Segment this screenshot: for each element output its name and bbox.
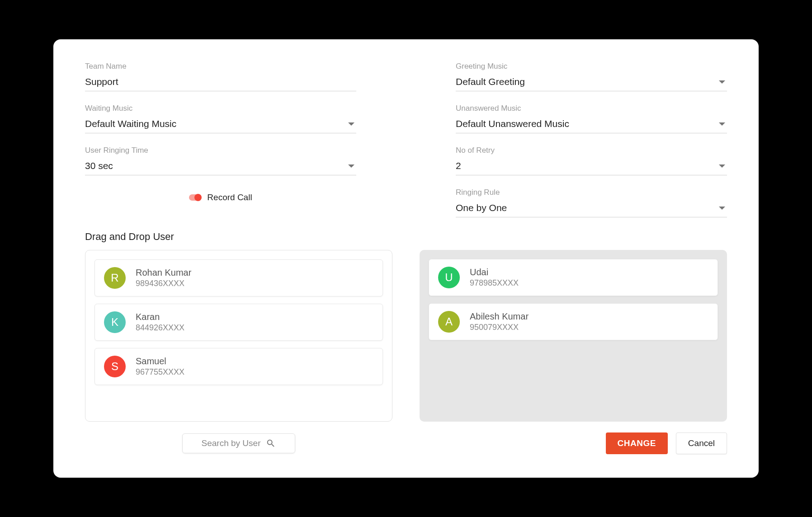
form-grid: Team Name Support Waiting Music Default … bbox=[85, 62, 727, 217]
chevron-down-icon bbox=[719, 80, 725, 84]
chevron-down-icon bbox=[719, 164, 725, 168]
select-unanswered-music[interactable]: Default Unanswered Music bbox=[456, 117, 727, 133]
field-waiting-music: Waiting Music Default Waiting Music bbox=[85, 104, 356, 133]
user-phone: 978985XXXX bbox=[470, 278, 519, 288]
toggle-record-call[interactable] bbox=[189, 194, 201, 201]
field-no-of-retry: No of Retry 2 bbox=[456, 146, 727, 175]
user-info: Samuel967755XXXX bbox=[136, 356, 184, 377]
toggle-row-record-call: Record Call bbox=[85, 193, 356, 202]
user-name: Samuel bbox=[136, 356, 184, 367]
value-greeting-music: Default Greeting bbox=[456, 76, 525, 87]
panel-target-users[interactable]: UUdai978985XXXXAAbilesh Kumar950079XXXX bbox=[420, 250, 727, 422]
user-info: Karan844926XXXX bbox=[136, 312, 184, 333]
value-team-name: Support bbox=[85, 76, 118, 87]
action-buttons: CHANGE Cancel bbox=[420, 432, 727, 454]
search-input[interactable]: Search by User bbox=[182, 433, 295, 453]
label-ringing-time: User Ringing Time bbox=[85, 146, 356, 155]
value-ringing-rule: One by One bbox=[456, 202, 507, 213]
label-team-name: Team Name bbox=[85, 62, 356, 71]
user-phone: 989436XXXX bbox=[136, 279, 191, 288]
input-team-name[interactable]: Support bbox=[85, 75, 356, 91]
user-card[interactable]: SSamuel967755XXXX bbox=[94, 348, 383, 385]
change-button[interactable]: CHANGE bbox=[606, 432, 668, 454]
form-col-left: Team Name Support Waiting Music Default … bbox=[85, 62, 356, 217]
select-no-of-retry[interactable]: 2 bbox=[456, 159, 727, 175]
label-unanswered-music: Unanswered Music bbox=[456, 104, 727, 113]
field-team-name: Team Name Support bbox=[85, 62, 356, 91]
user-phone: 950079XXXX bbox=[470, 323, 529, 332]
select-greeting-music[interactable]: Default Greeting bbox=[456, 75, 727, 91]
search-placeholder: Search by User bbox=[202, 438, 261, 448]
user-info: Udai978985XXXX bbox=[470, 267, 519, 288]
field-ringing-rule: Ringing Rule One by One bbox=[456, 188, 727, 217]
label-record-call: Record Call bbox=[207, 193, 252, 202]
avatar: R bbox=[104, 267, 126, 289]
value-unanswered-music: Default Unanswered Music bbox=[456, 118, 569, 129]
label-no-of-retry: No of Retry bbox=[456, 146, 727, 155]
avatar: S bbox=[104, 356, 126, 377]
field-greeting-music: Greeting Music Default Greeting bbox=[456, 62, 727, 91]
select-ringing-time[interactable]: 30 sec bbox=[85, 159, 356, 175]
section-title-drag-drop: Drag and Drop User bbox=[85, 231, 727, 243]
value-waiting-music: Default Waiting Music bbox=[85, 118, 176, 129]
user-name: Abilesh Kumar bbox=[470, 311, 529, 322]
user-card[interactable]: RRohan Kumar989436XXXX bbox=[94, 259, 383, 296]
chevron-down-icon bbox=[348, 122, 354, 126]
value-no-of-retry: 2 bbox=[456, 160, 461, 171]
chevron-down-icon bbox=[348, 164, 354, 168]
footer: Search by User CHANGE Cancel bbox=[85, 432, 727, 454]
user-card[interactable]: KKaran844926XXXX bbox=[94, 304, 383, 341]
select-waiting-music[interactable]: Default Waiting Music bbox=[85, 117, 356, 133]
label-greeting-music: Greeting Music bbox=[456, 62, 727, 71]
user-info: Abilesh Kumar950079XXXX bbox=[470, 311, 529, 332]
drag-drop-panels: RRohan Kumar989436XXXXKKaran844926XXXXSS… bbox=[85, 250, 727, 422]
user-phone: 844926XXXX bbox=[136, 323, 184, 333]
panel-source-users[interactable]: RRohan Kumar989436XXXXKKaran844926XXXXSS… bbox=[85, 250, 392, 422]
avatar: A bbox=[438, 311, 460, 333]
user-card[interactable]: UUdai978985XXXX bbox=[429, 259, 718, 296]
dialog-card: Team Name Support Waiting Music Default … bbox=[53, 39, 759, 478]
cancel-button[interactable]: Cancel bbox=[676, 432, 727, 454]
value-ringing-time: 30 sec bbox=[85, 160, 113, 171]
user-name: Karan bbox=[136, 312, 184, 322]
avatar: U bbox=[438, 267, 460, 288]
label-ringing-rule: Ringing Rule bbox=[456, 188, 727, 197]
label-waiting-music: Waiting Music bbox=[85, 104, 356, 113]
search-icon bbox=[266, 438, 276, 448]
user-info: Rohan Kumar989436XXXX bbox=[136, 268, 191, 288]
user-name: Udai bbox=[470, 267, 519, 277]
select-ringing-rule[interactable]: One by One bbox=[456, 201, 727, 217]
field-unanswered-music: Unanswered Music Default Unanswered Musi… bbox=[456, 104, 727, 133]
user-phone: 967755XXXX bbox=[136, 367, 184, 377]
user-name: Rohan Kumar bbox=[136, 268, 191, 278]
form-col-right: Greeting Music Default Greeting Unanswer… bbox=[456, 62, 727, 217]
user-card[interactable]: AAbilesh Kumar950079XXXX bbox=[429, 303, 718, 340]
field-ringing-time: User Ringing Time 30 sec bbox=[85, 146, 356, 175]
avatar: K bbox=[104, 311, 126, 333]
chevron-down-icon bbox=[719, 207, 725, 210]
chevron-down-icon bbox=[719, 122, 725, 126]
search-wrap: Search by User bbox=[85, 433, 392, 453]
